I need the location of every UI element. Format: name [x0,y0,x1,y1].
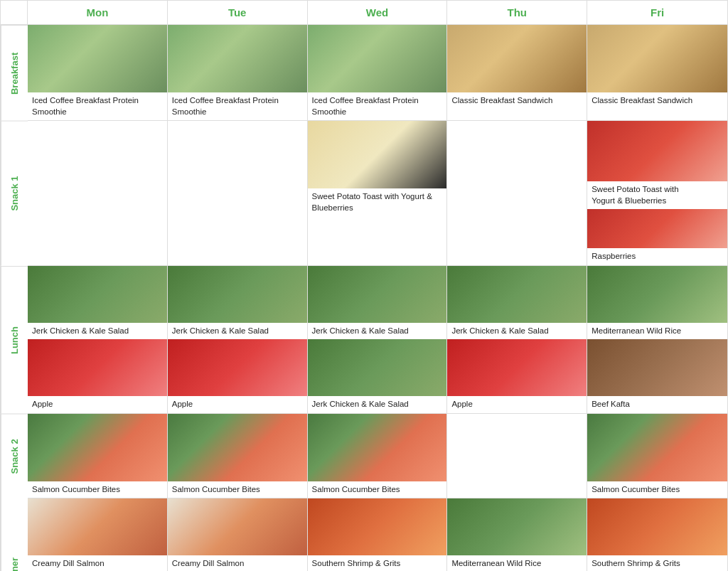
meal-name: Apple [168,396,307,413]
meal-cell-dinner-fri: Southern Shrimp & GritsSteamed Broccoli [587,498,727,571]
kale-salad-image [168,266,307,323]
meal-name: Apple [447,396,587,413]
meal-cell-breakfast-mon: Iced Coffee Breakfast Protein Smoothie [28,25,168,121]
meal-name: Creamy Dill Salmon [28,555,167,571]
sandwich-image [447,25,587,92]
meal-name: Jerk Chicken & Kale Salad [168,323,307,340]
sweet-potato-toast-image [308,121,447,188]
meal-cell-lunch-thu: Jerk Chicken & Kale SaladApple [447,266,587,414]
apple-image [447,339,587,396]
smoothie-image [168,25,307,92]
meal-name: Southern Shrimp & Grits [587,555,727,571]
col-header-fri: Fri [587,1,727,25]
sandwich-image [587,25,727,92]
creamy-dill-salmon-image [28,498,167,555]
col-header-tue: Tue [168,1,308,25]
kale-salad-image [447,266,587,323]
meal-cell-lunch-tue: Jerk Chicken & Kale SaladApple [168,266,308,414]
col-header-wed: Wed [308,1,448,25]
salmon-bites-image [587,414,727,481]
meal-name: Southern Shrimp & Grits [308,555,447,571]
meal-name: Beef Kafta [587,396,727,413]
apple-image [168,339,307,396]
meal-name: Classic Breakfast Sandwich [447,92,587,120]
meal-cell-lunch-mon: Jerk Chicken & Kale SaladApple [28,266,168,414]
smoothie-image [308,25,447,92]
meal-name: Iced Coffee Breakfast Protein Smoothie [28,92,167,120]
row-label-snack1: Snack 1 [1,121,28,266]
meal-name: Mediterranean Wild Rice [587,323,727,340]
row-label-lunch: Lunch [1,266,28,414]
kale-salad-image [308,266,447,323]
row-label-breakfast: Breakfast [1,25,28,121]
meal-name: Creamy Dill Salmon [168,555,307,571]
row-label-snack2: Snack 2 [1,414,28,499]
kale-salad-image [308,339,447,396]
meal-cell-snack2-wed: Salmon Cucumber Bites [308,414,448,499]
meal-name: Jerk Chicken & Kale Salad [28,323,167,340]
med-wild-rice-image [587,266,727,323]
meal-name: Salmon Cucumber Bites [168,481,307,498]
meal-cell-snack2-fri: Salmon Cucumber Bites [587,414,727,499]
salmon-bites-image [28,414,167,481]
meal-name: Apple [28,396,167,413]
meal-cell-breakfast-tue: Iced Coffee Breakfast Protein Smoothie [168,25,308,121]
meal-name: Jerk Chicken & Kale Salad [308,396,447,413]
meal-cell-breakfast-fri: Classic Breakfast Sandwich [587,25,727,121]
creamy-dill-salmon-image [168,498,307,555]
shrimp-grits-image [587,498,727,555]
meal-cell-snack2-mon: Salmon Cucumber Bites [28,414,168,499]
meal-cell-lunch-fri: Mediterranean Wild RiceBeef Kafta [587,266,727,414]
meal-name: Sweet Potato Toast with Yogurt & Blueber… [587,181,727,209]
meal-cell-dinner-thu: Mediterranean Wild RiceBeef Kafta [447,498,587,571]
col-header-mon: Mon [28,1,168,25]
apple-image [28,339,167,396]
meal-cell-dinner-mon: Creamy Dill SalmonRoasted Potatoes & Asp… [28,498,168,571]
col-header-thu: Thu [447,1,587,25]
meal-cell-snack1-mon [28,121,168,266]
meal-cell-snack1-wed: Sweet Potato Toast with Yogurt & Blueber… [308,121,448,266]
meal-cell-breakfast-thu: Classic Breakfast Sandwich [447,25,587,121]
meal-name: Sweet Potato Toast with Yogurt & Blueber… [308,188,447,265]
meal-cell-snack2-tue: Salmon Cucumber Bites [168,414,308,499]
kale-salad-image [28,266,167,323]
meal-cell-breakfast-wed: Iced Coffee Breakfast Protein Smoothie [308,25,448,121]
salmon-bites-image [168,414,307,481]
meal-cell-snack1-fri: Sweet Potato Toast with Yogurt & Blueber… [587,121,727,266]
meal-name: Salmon Cucumber Bites [308,481,447,498]
med-wild-rice-image [447,498,587,555]
corner-cell [1,1,28,25]
meal-name: Iced Coffee Breakfast Protein Smoothie [168,92,307,120]
meal-name-extra: Raspberries [587,248,727,265]
meal-plan: MonTueWedThuFriBreakfastIced Coffee Brea… [0,0,728,571]
meal-cell-snack2-thu [447,414,587,499]
meal-name: Jerk Chicken & Kale Salad [447,323,587,340]
beef-kafta-image [587,339,727,396]
meal-cell-dinner-wed: Southern Shrimp & GritsSteamed Broccoli [308,498,448,571]
raspberries-image [587,121,727,181]
meal-cell-lunch-wed: Jerk Chicken & Kale SaladJerk Chicken & … [308,266,448,414]
salmon-bites-image [308,414,447,481]
shrimp-grits-image [308,498,447,555]
meal-cell-snack1-thu [447,121,587,266]
row-label-dinner: Dinner [1,498,28,571]
meal-name: Salmon Cucumber Bites [28,481,167,498]
meal-name: Classic Breakfast Sandwich [587,92,727,120]
meal-name: Iced Coffee Breakfast Protein Smoothie [308,92,447,120]
meal-name: Jerk Chicken & Kale Salad [308,323,447,340]
meal-cell-snack1-tue [168,121,308,266]
meal-name: Salmon Cucumber Bites [587,481,727,498]
meal-cell-dinner-tue: Creamy Dill SalmonRoasted Potatoes & Asp… [168,498,308,571]
raspberries-image [587,209,727,248]
smoothie-image [28,25,167,92]
meal-name: Mediterranean Wild Rice [447,555,587,571]
